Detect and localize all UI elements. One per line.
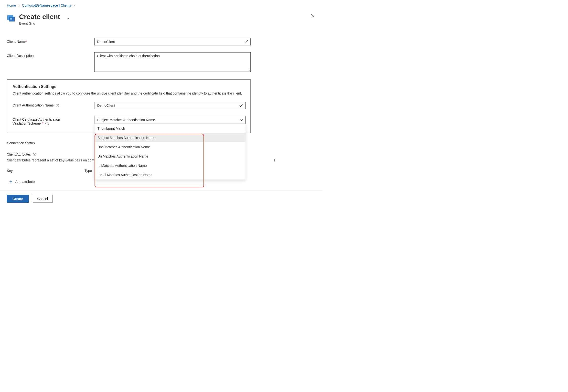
auth-name-label: Client Authentication Name i [13,102,95,107]
cancel-button[interactable]: Cancel [33,195,53,203]
create-button[interactable]: Create [7,195,29,203]
client-name-label: Client Name* [7,38,94,43]
attr-key-header: Key [7,169,85,173]
chevron-down-icon [240,118,243,122]
info-icon[interactable]: i [45,122,49,125]
validation-scheme-label: Client Certificate Authentication Valida… [13,116,95,125]
page-subtitle: Event Grid [19,22,60,25]
info-icon[interactable]: i [33,153,36,156]
chevron-right-icon: › [73,3,75,7]
scheme-option-subject[interactable]: Subject Matches Authentication Name [95,133,245,142]
auth-settings-title: Authentication Settings [13,84,245,89]
checkmark-icon [239,103,243,108]
client-desc-label: Client Description [7,52,94,58]
breadcrumb-namespace[interactable]: ContosoEGNamespace | Clients [22,3,71,7]
scheme-option-email[interactable]: Email Matches Authentication Name [95,170,245,180]
scheme-option-dns[interactable]: Dns Matches Authentication Name [95,142,245,152]
connection-status-label: Connection Status [7,140,94,145]
add-attribute-label: Add attribute [15,180,35,184]
svg-rect-2 [10,18,12,20]
breadcrumb: Home › ContosoEGNamespace | Clients › [7,3,316,7]
page-title: Create client [19,13,60,21]
auth-name-input[interactable] [95,102,245,109]
client-icon [7,14,16,22]
scheme-option-thumbprint[interactable]: Thumbprint Match [95,124,245,133]
auth-settings-section: Authentication Settings Client authentic… [7,79,251,133]
client-desc-input[interactable]: Client with certificate chain authentica… [94,52,251,72]
plus-icon: + [9,179,13,184]
auth-settings-desc: Client authentication settings allow you… [13,91,245,96]
breadcrumb-home[interactable]: Home [7,3,16,7]
more-button[interactable]: ⋯ [65,15,73,22]
client-name-input[interactable] [94,38,251,45]
close-button[interactable] [310,13,316,20]
attr-type-header: Type [85,169,92,173]
chevron-right-icon: › [18,3,20,7]
validation-scheme-select[interactable]: Subject Matches Authentication Name [95,116,245,124]
add-attribute-button[interactable]: + Add attribute [9,178,35,189]
client-attributes-label: Client Attributes i [7,151,94,156]
validation-scheme-dropdown: Thumbprint Match Subject Matches Authent… [95,124,245,180]
validation-scheme-value: Subject Matches Authentication Name [97,118,155,122]
checkmark-icon [244,40,248,44]
footer: Create Cancel [0,190,323,207]
info-icon[interactable]: i [56,104,59,107]
scheme-option-uri[interactable]: Uri Matches Authentication Name [95,152,245,161]
scheme-option-ip[interactable]: Ip Matches Authentication Name [95,161,245,170]
